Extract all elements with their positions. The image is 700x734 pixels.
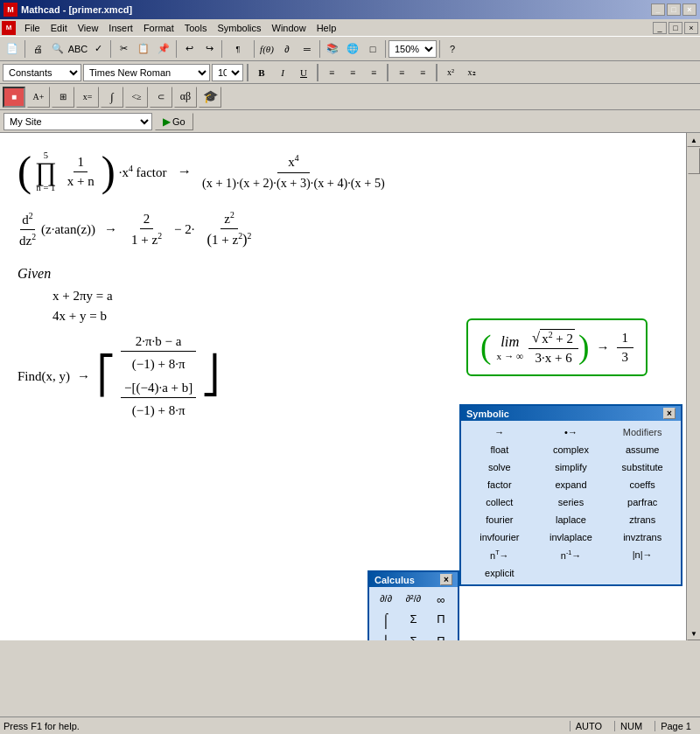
calculus-close-button[interactable]: × (440, 574, 452, 585)
math-style-button[interactable]: f(θ) (257, 39, 276, 59)
doc-minimize-button[interactable]: _ (653, 22, 667, 34)
format3-button[interactable]: ═ (298, 39, 317, 59)
font-select[interactable]: Times New Roman (83, 64, 210, 81)
sym-float[interactable]: float (465, 442, 535, 458)
menu-edit[interactable]: Edit (46, 22, 73, 34)
scroll-thumb[interactable] (688, 148, 700, 174)
calc-indef-int[interactable]: ⌠ (373, 610, 399, 631)
sym-laplace[interactable]: laplace (536, 512, 606, 528)
sym-invfourier[interactable]: invfourier (465, 529, 535, 545)
close-button[interactable]: × (682, 3, 696, 16)
symbolic-tb-button[interactable]: 🎓 (199, 87, 221, 108)
sym-factor[interactable]: factor (465, 477, 535, 493)
doc-close-button[interactable]: × (684, 22, 698, 34)
subscript-button[interactable]: x₂ (462, 64, 481, 81)
sym-coeffs[interactable]: coeffs (607, 477, 677, 493)
menu-symbolics[interactable]: Symbolics (212, 22, 266, 34)
fmt-sep2 (317, 64, 318, 81)
symbolic-close-button[interactable]: × (663, 408, 676, 419)
redo-button[interactable]: ↪ (200, 39, 219, 59)
bold-button[interactable]: B (252, 64, 271, 81)
doc-maximize-button[interactable]: □ (668, 22, 682, 34)
menu-insert[interactable]: Insert (103, 22, 138, 34)
greek-button[interactable]: αβ (174, 87, 197, 108)
menu-window[interactable]: Window (267, 22, 312, 34)
sym-assume[interactable]: assume (607, 442, 677, 458)
print-button[interactable]: 🖨 (28, 39, 47, 59)
calc-prod-big[interactable]: Π (428, 610, 454, 631)
resource2-button[interactable]: 🌐 (343, 39, 362, 59)
sym-solve[interactable]: solve (465, 459, 535, 475)
menu-file[interactable]: File (19, 22, 46, 34)
deriv-arg: (z·atan(z)) (41, 222, 95, 237)
list2-button[interactable]: ≡ (413, 64, 432, 81)
new-button[interactable]: 📄 (3, 39, 22, 59)
scroll-up-button[interactable]: ▲ (687, 133, 700, 147)
spell2-button[interactable]: ✓ (88, 39, 108, 59)
align-left-button[interactable]: ≡ (322, 64, 341, 81)
sym-bullet-arrow[interactable]: •→ (536, 424, 606, 440)
go-button[interactable]: ▶ Go (155, 113, 193, 130)
sym-ztrans[interactable]: ztrans (607, 512, 677, 528)
calc-mode-button[interactable]: ■ (3, 87, 25, 108)
sym-transpose[interactable]: nT→ (465, 547, 535, 563)
help-button[interactable]: ? (443, 39, 462, 59)
cut-button[interactable]: ✂ (114, 39, 133, 59)
sym-parfrac[interactable]: parfrac (607, 494, 677, 510)
calc-partial-d[interactable]: ∂/∂ (373, 591, 399, 609)
menu-view[interactable]: View (73, 22, 104, 34)
undo-button[interactable]: ↩ (179, 39, 199, 59)
size-select[interactable]: 10 (212, 64, 243, 81)
underline-button[interactable]: U (294, 64, 313, 81)
eval-button[interactable]: x= (76, 87, 99, 108)
app-menu-icon[interactable]: M (2, 21, 16, 35)
site-select[interactable]: My Site (4, 113, 152, 130)
align-center-button[interactable]: ≡ (343, 64, 362, 81)
italic-button[interactable]: I (273, 64, 292, 81)
sym-invztrans[interactable]: invztrans (607, 529, 677, 545)
calc-partial2[interactable]: ∂²/∂ (400, 591, 426, 609)
menu-help[interactable]: Help (312, 22, 342, 34)
align-right-button[interactable]: ≡ (364, 64, 383, 81)
copy-button[interactable]: 📋 (134, 39, 153, 59)
calc-prod2[interactable]: Π (428, 632, 454, 640)
sym-arrow[interactable]: → (465, 424, 535, 440)
calc-sum-big[interactable]: Σ (400, 610, 426, 631)
sym-substitute[interactable]: substitute (607, 459, 677, 475)
menu-tools[interactable]: Tools (179, 22, 213, 34)
calculus-tb-button[interactable]: ∫ (101, 87, 123, 108)
resource3-button[interactable]: □ (363, 39, 382, 59)
calc-def-int[interactable]: ⌡ (373, 632, 399, 640)
list-button[interactable]: ≡ (392, 64, 411, 81)
sym-inverse[interactable]: n-1→ (536, 547, 606, 563)
sym-explicit[interactable]: explicit (465, 565, 535, 581)
insert-text-button[interactable]: ¶ (225, 39, 251, 59)
maximize-button[interactable]: □ (667, 3, 681, 16)
resource-button[interactable]: 📚 (323, 39, 342, 59)
zoom-select[interactable]: 150% (388, 40, 437, 58)
sym-fourier[interactable]: fourier (465, 512, 535, 528)
sym-expand[interactable]: expand (536, 477, 606, 493)
spell-button[interactable]: ABC (68, 39, 88, 59)
sym-complex[interactable]: complex (536, 442, 606, 458)
calc-inf[interactable]: ∞ (428, 591, 454, 609)
scroll-track[interactable] (687, 175, 700, 626)
print-preview-button[interactable]: 🔍 (48, 39, 67, 59)
superscript-button[interactable]: x² (441, 64, 460, 81)
style-select[interactable]: Constants (3, 64, 81, 81)
prog-button[interactable]: ⊂ (150, 87, 172, 108)
sym-simplify[interactable]: simplify (536, 459, 606, 475)
calc-sum2[interactable]: Σ (400, 632, 426, 640)
minimize-button[interactable]: _ (651, 3, 665, 16)
menu-format[interactable]: Format (138, 22, 179, 34)
sym-collect[interactable]: collect (465, 494, 535, 510)
matrix-button[interactable]: ⊞ (52, 87, 74, 108)
sym-magnitude[interactable]: |n|→ (607, 547, 677, 563)
format2-button[interactable]: ∂ (277, 39, 297, 59)
sym-series[interactable]: series (536, 494, 606, 510)
graph-button[interactable]: A+ (27, 87, 50, 108)
logic-button[interactable]: <≥ (125, 87, 148, 108)
scroll-down-button[interactable]: ▼ (687, 626, 700, 640)
paste-button[interactable]: 📌 (154, 39, 173, 59)
sym-invlaplace[interactable]: invlaplace (536, 529, 606, 545)
